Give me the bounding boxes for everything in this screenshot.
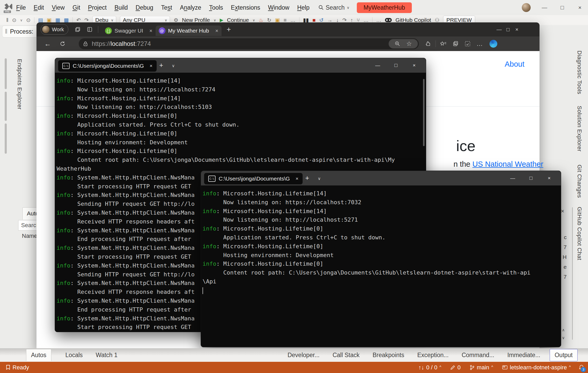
sidebar-tab-diagnostic-tools[interactable]: Diagnostic Tools	[576, 51, 583, 94]
close-button[interactable]: ×	[512, 27, 521, 33]
tab-command[interactable]: Command...	[457, 349, 499, 361]
menu-item-git[interactable]: Git	[72, 4, 80, 11]
save-icon[interactable]: ▦	[55, 17, 60, 23]
copilot-icon[interactable]	[489, 40, 497, 48]
sidebar-tab-endpoints-explorer[interactable]: Endpoints Explorer	[16, 59, 23, 110]
menu-item-edit[interactable]: Edit	[34, 4, 44, 11]
chevron-down-icon[interactable]: ∨	[253, 18, 255, 22]
favorites-icon[interactable]	[440, 41, 447, 47]
list-icon[interactable]: ≡	[284, 17, 287, 23]
diagnostics-icon[interactable]: ⑂	[357, 17, 360, 23]
user-avatar[interactable]	[522, 3, 531, 12]
tab-swagger-ui[interactable]: {;} Swagger UI ×	[102, 26, 155, 36]
close-icon[interactable]: ×	[561, 208, 564, 215]
sidebar-tab-git-changes[interactable]: Git Changes	[576, 165, 583, 198]
maximize-button[interactable]: □	[387, 63, 405, 68]
collections-icon[interactable]	[452, 41, 459, 47]
unsaved-edits-indicator[interactable]: 0	[450, 364, 461, 371]
scrollbar[interactable]	[5, 58, 7, 89]
step-into-icon[interactable]: ↓	[336, 17, 339, 23]
maximize-button[interactable]: □	[522, 175, 540, 181]
new-file-icon[interactable]: ▤	[38, 17, 43, 23]
stop-icon[interactable]: ■	[313, 17, 316, 23]
repository-indicator[interactable]: letslearn-dotnet-aspire ^	[502, 364, 571, 371]
hot-reload-icon[interactable]: ♨	[259, 17, 263, 23]
new-tab-button[interactable]: +	[227, 25, 231, 34]
close-tab-icon[interactable]: ×	[215, 28, 218, 34]
scroll-up-icon[interactable]: ∧	[562, 328, 565, 332]
menu-item-window[interactable]: Window	[268, 4, 289, 11]
step-out-icon[interactable]: ↑	[350, 17, 353, 23]
restart-icon[interactable]: ↻	[267, 17, 271, 23]
open-folder-icon[interactable]: ▣	[47, 17, 52, 23]
vertical-tabs-icon[interactable]	[87, 26, 93, 33]
menu-item-help[interactable]: Help	[297, 4, 309, 11]
toolbar-grip[interactable]: ‖	[6, 17, 8, 23]
tab-call-stack[interactable]: Call Stack	[328, 349, 364, 361]
ellipsis-icon[interactable]: …	[363, 17, 369, 23]
browser-profile-chip[interactable]: Work	[41, 24, 68, 35]
about-link[interactable]: About	[505, 60, 524, 69]
browser-settings-icon[interactable]: …	[476, 40, 483, 47]
close-button[interactable]: ×	[405, 63, 423, 68]
tab-dropdown-icon[interactable]: ∨	[172, 63, 175, 68]
close-tab-icon[interactable]: ×	[149, 28, 152, 34]
zoom-icon[interactable]	[395, 41, 400, 47]
terminal-titlebar[interactable]: C:\ C:\Users\jonga\Documents\G × + ∨ — □…	[55, 58, 426, 73]
navigate-forward-icon[interactable]: ⊙	[26, 17, 31, 23]
git-branch-indicator[interactable]: main ^	[469, 364, 493, 371]
maximize-button[interactable]: □	[504, 27, 512, 33]
navigate-back-icon[interactable]: ⊙	[12, 17, 16, 23]
tab-exception[interactable]: Exception...	[413, 349, 453, 361]
extensions-icon[interactable]	[425, 41, 431, 47]
scrollbar[interactable]	[5, 123, 7, 154]
sidebar-tab-solution-explorer[interactable]: Solution Explorer	[576, 106, 583, 152]
notifications-bell[interactable]: 3	[579, 364, 584, 371]
close-tab-icon[interactable]: ×	[296, 176, 298, 182]
menu-item-extensions[interactable]: Extensions	[231, 4, 260, 11]
ellipsis-icon[interactable]: …	[290, 17, 296, 23]
tab-my-weather-hub[interactable]: @ My Weather Hub ×	[156, 26, 222, 36]
menu-item-debug[interactable]: Debug	[136, 4, 153, 11]
folder-icon[interactable]: ▣	[275, 17, 280, 23]
step-over-icon[interactable]: ↷	[342, 17, 347, 23]
save-all-icon[interactable]: ▩	[64, 17, 69, 23]
close-button[interactable]: ×	[540, 175, 558, 181]
profile-gear-icon[interactable]: ⚙	[174, 17, 178, 23]
menu-item-test[interactable]: Test	[161, 4, 172, 11]
tab-output[interactable]: Output	[550, 349, 578, 361]
new-tab-button[interactable]: +	[305, 174, 309, 182]
run-profile-button[interactable]: MyWeatherHub	[357, 2, 412, 13]
minimize-button[interactable]: —	[369, 63, 387, 68]
scrollbar[interactable]	[5, 92, 7, 121]
terminal-scrollbar[interactable]	[423, 79, 425, 146]
tab-autos[interactable]: Autos	[26, 349, 51, 361]
menu-item-analyze[interactable]: Analyze	[180, 4, 201, 11]
minimize-button[interactable]: —	[495, 27, 504, 33]
continue-play-icon[interactable]: ▶	[220, 17, 223, 23]
terminal-tab[interactable]: C:\ C:\Users\jonga\Documents\G ×	[58, 60, 157, 72]
minimize-button[interactable]: —	[504, 175, 522, 181]
chevron-down-icon[interactable]: ∨	[214, 18, 216, 22]
menu-item-file[interactable]: File	[16, 4, 26, 11]
workspaces-icon[interactable]	[75, 26, 81, 33]
scroll-down-icon[interactable]: ∨	[562, 335, 565, 340]
bookmark-star-icon[interactable]: ☆	[406, 40, 412, 47]
tab-immediate[interactable]: Immediate...	[503, 349, 545, 361]
minimize-button[interactable]: —	[541, 4, 548, 11]
redo-icon[interactable]: ↷	[84, 17, 89, 23]
restart-debug-icon[interactable]: ↺	[319, 17, 324, 23]
tab-watch-1[interactable]: Watch 1	[91, 349, 122, 361]
vs-search[interactable]: Search ∨	[318, 4, 350, 11]
menu-item-build[interactable]: Build	[114, 4, 128, 11]
show-next-statement-icon[interactable]: →	[327, 17, 333, 23]
menu-item-view[interactable]: View	[52, 4, 65, 11]
sidebar-tab-github-copilot-chat[interactable]: GitHub Copilot Chat	[576, 207, 583, 260]
terminal-titlebar[interactable]: C:\ C:\Users\jonga\Documents\G × + ∨ — □…	[201, 171, 561, 185]
undo-icon[interactable]: ↶	[76, 17, 81, 23]
close-tab-icon[interactable]: ×	[150, 63, 152, 69]
terminal-output[interactable]: info: Microsoft.Hosting.Lifetime[14] Now…	[201, 185, 561, 347]
restore-button[interactable]: □	[558, 4, 566, 11]
menu-item-tools[interactable]: Tools	[209, 4, 223, 11]
refresh-icon[interactable]	[59, 41, 66, 47]
